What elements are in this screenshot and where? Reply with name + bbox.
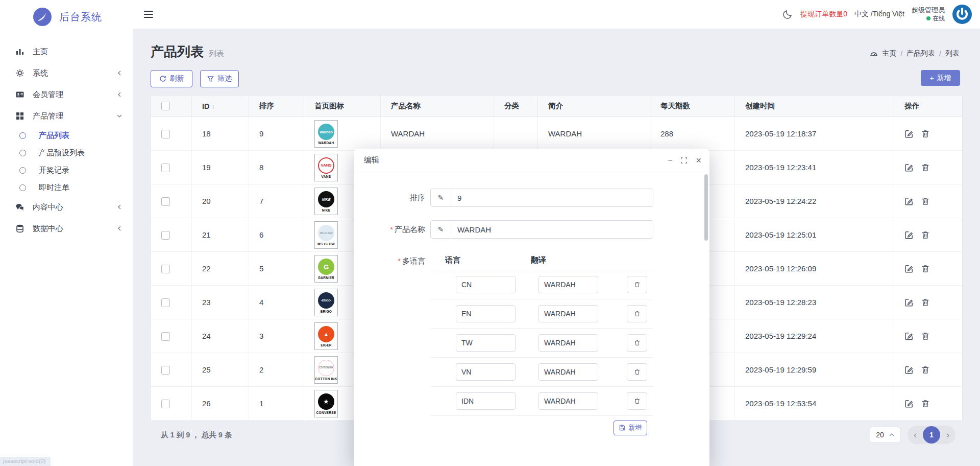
row-checkbox[interactable] [161, 164, 170, 172]
maximize-icon[interactable] [680, 157, 688, 164]
row-checkbox[interactable] [161, 298, 170, 307]
select-all-checkbox[interactable] [161, 102, 170, 110]
delete-lang-button[interactable] [627, 363, 647, 381]
radio-circle-icon [19, 167, 26, 174]
language-switcher[interactable]: 中文 /Tiếng Việt [854, 10, 904, 19]
row-checkbox[interactable] [161, 332, 170, 341]
delete-icon[interactable] [921, 163, 930, 172]
multilang-field-label: *多语言 [354, 252, 430, 439]
sidebar-item-label: 产品管理 [33, 111, 116, 121]
sidebar-item-system[interactable]: 系统 [0, 62, 133, 84]
row-checkbox[interactable] [161, 366, 170, 375]
delete-icon[interactable] [921, 399, 930, 408]
current-page-button[interactable]: 1 [923, 426, 940, 444]
chevron-down-icon [116, 113, 122, 119]
sidebar-item-members[interactable]: 会员管理 [0, 84, 133, 105]
radio-circle-icon [19, 150, 26, 156]
modal-scrollbar[interactable] [704, 174, 708, 460]
delete-lang-button[interactable] [627, 392, 647, 410]
lang-code-input[interactable] [456, 276, 516, 293]
add-lang-button[interactable]: 新增 [614, 421, 647, 435]
delete-icon[interactable] [921, 365, 930, 375]
sidebar-item-content-center[interactable]: 内容中心 [0, 196, 133, 218]
lang-row [430, 329, 653, 358]
breadcrumb-home[interactable]: 主页 [882, 49, 896, 58]
prev-page-button[interactable]: ‹ [913, 430, 918, 439]
minimize-icon[interactable]: − [668, 156, 672, 165]
online-status-label: 在线 [933, 15, 945, 22]
edit-icon[interactable] [904, 230, 914, 240]
brand-logo: MS GLOWMS GLOW [314, 221, 338, 249]
withdraw-order-count[interactable]: 提现订单数量0 [800, 10, 847, 19]
edit-icon[interactable] [904, 332, 914, 341]
delete-icon[interactable] [921, 298, 930, 307]
app-logo-row[interactable]: 后台系统 [0, 0, 133, 32]
lang-row [430, 387, 653, 416]
filter-button[interactable]: 筛选 [200, 70, 239, 87]
scrollbar-thumb[interactable] [704, 174, 708, 241]
lang-code-input[interactable] [456, 334, 516, 352]
next-page-button[interactable]: › [945, 430, 950, 439]
delete-icon[interactable] [921, 264, 930, 273]
radio-circle-icon [19, 132, 26, 139]
delete-icon[interactable] [921, 332, 930, 341]
page-size-select[interactable]: 20 [870, 427, 900, 443]
lang-code-input[interactable] [456, 305, 516, 322]
sidebar-item-lottery-records[interactable]: 开奖记录 [0, 161, 133, 179]
row-checkbox[interactable] [161, 130, 170, 138]
product-name-input[interactable] [451, 221, 653, 238]
dashboard-icon [870, 50, 878, 58]
lang-translation-input[interactable] [538, 276, 598, 293]
edit-icon[interactable] [904, 365, 914, 375]
sort-input-group: ✎ [430, 189, 653, 207]
delete-lang-button[interactable] [627, 276, 647, 293]
delete-icon[interactable] [921, 230, 930, 240]
lang-translation-input[interactable] [538, 305, 598, 322]
sub-item-label: 开奖记录 [39, 166, 69, 175]
add-button[interactable]: + 新增 [921, 70, 960, 86]
col-header-id[interactable]: ID↑ [192, 96, 249, 117]
brand-logo: ★CONVERSE [314, 390, 338, 417]
delete-icon[interactable] [921, 129, 930, 138]
row-checkbox[interactable] [161, 231, 170, 240]
col-header-daily: 每天期数 [650, 96, 735, 117]
delete-lang-button[interactable] [627, 305, 647, 322]
row-checkbox[interactable] [161, 265, 170, 273]
sidebar-item-products[interactable]: 产品管理 [0, 105, 133, 127]
sort-input[interactable] [451, 189, 653, 206]
modal-header[interactable]: 编辑 − × [354, 149, 709, 172]
breadcrumb-product-list[interactable]: 产品列表 [906, 49, 935, 58]
edit-icon[interactable] [904, 264, 914, 273]
delete-icon[interactable] [921, 197, 930, 206]
sidebar-item-data-center[interactable]: 数据中心 [0, 218, 133, 239]
sidebar-item-product-preset-list[interactable]: 产品预设列表 [0, 144, 133, 161]
admin-info[interactable]: 超级管理员 在线 [912, 6, 945, 22]
row-checkbox[interactable] [161, 400, 170, 408]
lang-code-input[interactable] [456, 363, 516, 381]
refresh-button[interactable]: 刷新 [151, 70, 192, 87]
sidebar-item-label: 主页 [33, 47, 122, 57]
row-checkbox[interactable] [161, 197, 170, 206]
sidebar-item-instant-orders[interactable]: 即时注单 [0, 179, 133, 196]
brand-logo: WardahWARDAH [314, 120, 338, 148]
sidebar-toggle-button[interactable] [144, 9, 153, 20]
edit-icon[interactable] [904, 298, 914, 307]
lang-translation-input[interactable] [538, 392, 598, 410]
online-status-dot [926, 16, 930, 20]
lang-translation-input[interactable] [538, 363, 598, 381]
edit-icon[interactable] [904, 163, 914, 172]
avatar[interactable] [952, 4, 972, 25]
close-icon[interactable]: × [696, 156, 701, 165]
breadcrumb-list[interactable]: 列表 [945, 49, 960, 58]
delete-lang-button[interactable] [627, 334, 647, 352]
lang-code-input[interactable] [456, 392, 516, 410]
edit-icon[interactable] [904, 197, 914, 206]
edit-icon[interactable] [904, 399, 914, 408]
edit-icon[interactable] [904, 129, 914, 138]
sidebar-item-home[interactable]: 主页 [0, 41, 133, 62]
brand-logo: NIKENIKE [314, 188, 338, 215]
chevron-left-icon [116, 225, 122, 231]
sidebar-item-product-list[interactable]: 产品列表 [0, 127, 133, 144]
dark-mode-icon[interactable] [782, 9, 793, 20]
lang-translation-input[interactable] [538, 334, 598, 352]
